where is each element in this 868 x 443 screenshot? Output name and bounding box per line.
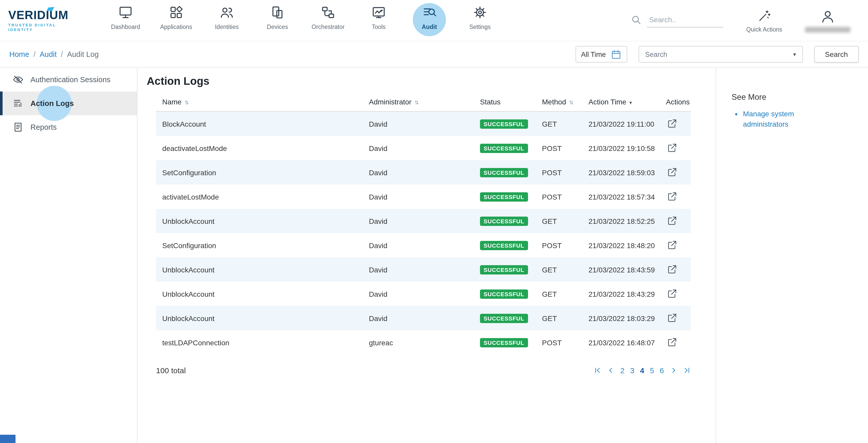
action-logs-table: Name⇅ Administrator⇅ Status Method⇅ Acti… xyxy=(156,92,691,355)
orchestrator-icon xyxy=(320,5,336,20)
prev-page-button[interactable] xyxy=(607,366,615,374)
tools-icon xyxy=(371,5,386,20)
page-link-4-current[interactable]: 4 xyxy=(640,366,644,375)
first-page-button[interactable] xyxy=(593,366,601,374)
row-details-button[interactable] xyxy=(666,263,678,275)
row-details-button[interactable] xyxy=(666,117,678,130)
table-row: UnblockAccount David SUCCESSFUL GET 21/0… xyxy=(156,258,691,282)
nav-item-orchestrator[interactable]: Orchestrator xyxy=(303,5,353,30)
brand-name: VERIDIUM xyxy=(8,9,80,21)
page-link-2[interactable]: 2 xyxy=(620,366,624,375)
breadcrumb-separator: / xyxy=(33,50,35,58)
column-header-administrator[interactable]: Administrator⇅ xyxy=(363,92,474,111)
skip-last-icon xyxy=(683,366,691,374)
see-more-panel: See More Manage system administrators xyxy=(716,68,868,443)
status-badge: SUCCESSFUL xyxy=(480,216,528,226)
status-badge: SUCCESSFUL xyxy=(480,289,528,298)
search-button[interactable]: Search xyxy=(814,46,859,63)
row-details-button[interactable] xyxy=(666,166,678,178)
search-filter-dropdown[interactable]: Search ▾ xyxy=(638,46,803,63)
cell-name: UnblockAccount xyxy=(156,209,363,233)
bottom-left-widget[interactable] xyxy=(0,435,16,443)
applications-icon xyxy=(168,5,184,20)
next-page-button[interactable] xyxy=(670,366,677,374)
table-row: testLDAPConnection gtureac SUCCESSFUL PO… xyxy=(156,330,691,355)
main-panel: Action Logs Name⇅ Administrator⇅ Status … xyxy=(137,68,716,443)
sidebar-item-action-logs[interactable]: Action Logs xyxy=(0,91,137,115)
table-row: UnblockAccount David SUCCESSFUL GET 21/0… xyxy=(156,282,691,306)
magic-wand-icon xyxy=(757,8,771,23)
nav-item-dashboard[interactable]: Dashboard xyxy=(100,5,151,30)
column-header-method[interactable]: Method⇅ xyxy=(536,92,582,111)
nav-item-audit[interactable]: Audit xyxy=(404,5,455,30)
sidebar-item-label: Authentication Sessions xyxy=(30,76,111,84)
table-row: activateLostMode David SUCCESSFUL POST 2… xyxy=(156,184,691,209)
nav-label: Applications xyxy=(160,24,192,30)
cell-action-time: 21/03/2022 18:43:29 xyxy=(582,282,660,306)
breadcrumb-home-link[interactable]: Home xyxy=(9,50,29,58)
cell-administrator: David xyxy=(363,258,474,282)
column-header-name[interactable]: Name⇅ xyxy=(156,92,363,111)
open-details-icon xyxy=(667,118,677,129)
sidebar-item-label: Reports xyxy=(30,123,57,131)
row-details-button[interactable] xyxy=(666,312,678,324)
filter-controls: All Time Search ▾ Search xyxy=(575,46,859,63)
global-search-input[interactable] xyxy=(647,13,723,27)
row-details-button[interactable] xyxy=(666,142,678,154)
row-details-button[interactable] xyxy=(666,239,678,251)
open-details-icon xyxy=(667,289,677,299)
log-list-icon xyxy=(12,98,24,109)
nav-item-settings[interactable]: Settings xyxy=(455,5,505,30)
breadcrumb-bar: Home / Audit / Audit Log All Time Search… xyxy=(0,41,868,68)
cell-administrator: David xyxy=(363,282,474,306)
report-document-icon xyxy=(12,121,24,133)
breadcrumb-current: Audit Log xyxy=(67,50,99,58)
nav-item-tools[interactable]: Tools xyxy=(353,5,404,30)
cell-method: POST xyxy=(536,136,582,160)
page-link-3[interactable]: 3 xyxy=(630,366,634,375)
cell-name: testLDAPConnection xyxy=(156,330,363,355)
brand-logo[interactable]: VERIDIUM TRUSTED DIGITAL IDENTITY xyxy=(8,9,80,32)
nav-label: Orchestrator xyxy=(312,24,345,30)
time-range-button[interactable]: All Time xyxy=(575,46,627,63)
row-details-button[interactable] xyxy=(666,190,678,203)
page-link-6[interactable]: 6 xyxy=(660,366,664,375)
quick-actions-button[interactable]: Quick Actions xyxy=(746,8,782,32)
page-link-5[interactable]: 5 xyxy=(650,366,654,375)
search-filter-value: Search xyxy=(645,50,667,58)
chevron-right-icon xyxy=(670,366,677,374)
nav-label: Tools xyxy=(372,24,386,30)
row-details-button[interactable] xyxy=(666,336,678,348)
row-details-button[interactable] xyxy=(666,214,678,227)
user-profile-button[interactable] xyxy=(805,8,850,32)
status-badge: SUCCESSFUL xyxy=(480,119,528,128)
time-range-label: All Time xyxy=(581,50,606,58)
total-count: 100 total xyxy=(156,366,186,375)
cell-action-time: 21/03/2022 18:03:29 xyxy=(582,306,660,330)
sidebar-item-reports[interactable]: Reports xyxy=(0,115,137,139)
breadcrumb-audit-link[interactable]: Audit xyxy=(39,50,57,58)
column-header-action-time[interactable]: Action Time▾ xyxy=(582,92,660,111)
nav-item-identities[interactable]: Identities xyxy=(202,5,252,30)
chevron-down-icon: ▾ xyxy=(793,51,796,58)
status-badge: SUCCESSFUL xyxy=(480,192,528,201)
audit-sidebar: Authentication Sessions Action Logs Repo… xyxy=(0,68,137,443)
breadcrumb: Home / Audit / Audit Log xyxy=(9,50,99,58)
nav-item-devices[interactable]: Devices xyxy=(252,5,303,30)
status-badge: SUCCESSFUL xyxy=(480,338,528,347)
cell-name: UnblockAccount xyxy=(156,258,363,282)
cell-administrator: David xyxy=(363,306,474,330)
sidebar-item-authentication-sessions[interactable]: Authentication Sessions xyxy=(0,68,137,91)
table-row: BlockAccount David SUCCESSFUL GET 21/03/… xyxy=(156,111,691,136)
last-page-button[interactable] xyxy=(683,366,691,374)
devices-icon xyxy=(270,5,285,20)
manage-system-administrators-link[interactable]: Manage system administrators xyxy=(743,110,794,128)
cell-method: POST xyxy=(536,160,582,184)
global-search xyxy=(630,13,723,27)
nav-item-applications[interactable]: Applications xyxy=(151,5,202,30)
open-details-icon xyxy=(667,167,677,177)
nav-label: Devices xyxy=(267,24,288,30)
row-details-button[interactable] xyxy=(666,287,678,300)
nav-label: Settings xyxy=(469,24,491,30)
sort-icon: ⇅ xyxy=(569,100,574,106)
